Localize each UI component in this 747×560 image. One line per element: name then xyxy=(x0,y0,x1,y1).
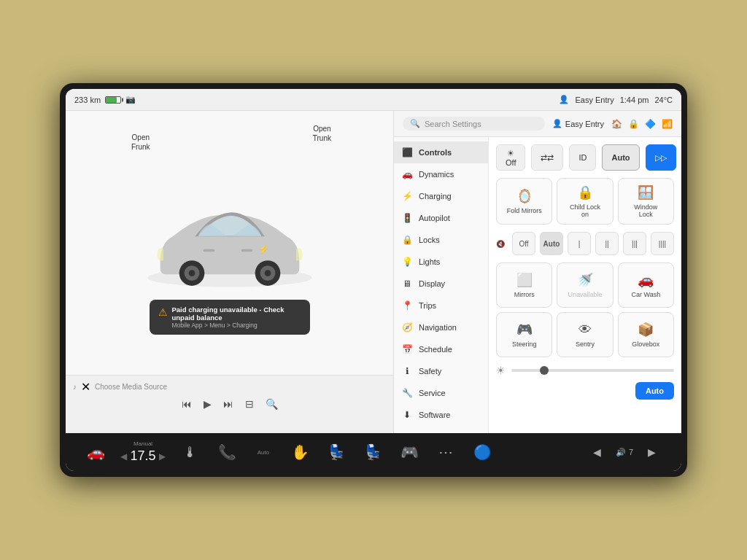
media-bar: ♪ ✕ Choose Media Source ⏮ ▶ ⏭ ⊟ 🔍 xyxy=(66,375,393,433)
settings-header: 🔍 Search Settings 👤 Easy Entry 🏠 🔒 🔷 📶 xyxy=(394,111,681,137)
equalizer-icon[interactable]: ⊟ xyxy=(245,398,254,410)
wiper-auto-button[interactable]: Auto xyxy=(540,232,563,255)
glovebox-label: Glovebox xyxy=(632,341,659,348)
window-lock-button[interactable]: 🪟 WindowLock xyxy=(618,178,674,225)
settings-content: ☀ Off ⇄⇄ ID Auto ▷▷ 🪞 Fold Mirrors xyxy=(489,137,681,433)
navigation-label: Navigation xyxy=(419,323,457,332)
dynamics-icon: 🚗 xyxy=(401,169,413,179)
sidebar-item-safety[interactable]: ℹ Safety xyxy=(394,360,488,382)
mirrors-label: Mirrors xyxy=(514,291,535,298)
off-button[interactable]: ☀ Off xyxy=(496,144,525,171)
sidebar-item-autopilot[interactable]: 🚦 Autopilot xyxy=(394,207,488,229)
id-button[interactable]: ID xyxy=(569,144,596,171)
sidebar-item-dynamics[interactable]: 🚗 Dynamics xyxy=(394,163,488,185)
taskbar-seat2[interactable]: 💺 xyxy=(355,443,391,461)
car-illustration: ⚡ xyxy=(135,184,325,301)
search-icon: 🔍 xyxy=(410,119,420,128)
temp-down-button[interactable]: ◀ xyxy=(120,451,127,462)
temp-label: Manual xyxy=(133,440,152,447)
home-icon[interactable]: 🏠 xyxy=(611,119,622,129)
touch-icon: ✋ xyxy=(291,443,309,461)
sentry-label: Sentry xyxy=(576,341,595,348)
taskbar-seat1[interactable]: 💺 xyxy=(318,443,355,461)
mirror-grid: 🪞 Fold Mirrors 🔒 Child Lockon 🪟 WindowLo… xyxy=(496,178,674,225)
sidebar-item-controls[interactable]: ⬛ Controls xyxy=(394,141,488,163)
car-taskbar-icon: 🚗 xyxy=(87,443,105,461)
dynamics-label: Dynamics xyxy=(419,170,454,179)
brightness-slider[interactable] xyxy=(511,369,674,372)
play-button[interactable]: ▶ xyxy=(204,398,212,410)
taskbar-prev-track[interactable]: ◀ xyxy=(579,446,616,458)
wiper-level1-button[interactable]: | xyxy=(568,232,591,255)
brightness-thumb[interactable] xyxy=(540,366,549,375)
sidebar-item-trips[interactable]: 📍 Trips xyxy=(394,295,488,316)
media-source-label[interactable]: Choose Media Source xyxy=(95,383,167,391)
taskbar-touch[interactable]: ✋ xyxy=(282,443,318,461)
next-track-icon: ▶ xyxy=(648,446,656,458)
controls-icon: ⬛ xyxy=(401,147,413,158)
next-button[interactable]: ⏭ xyxy=(223,398,233,410)
temp-up-button[interactable]: ▶ xyxy=(159,451,166,462)
steering-button[interactable]: 🎮 Steering xyxy=(496,312,552,357)
alert-sub: Mobile App > Menu > Charging xyxy=(172,322,301,329)
mirrors-button[interactable]: ⬜ Mirrors xyxy=(496,262,552,308)
sidebar-item-lights[interactable]: 💡 Lights xyxy=(394,251,488,273)
taskbar-wheel[interactable]: 🎮 xyxy=(391,443,427,461)
media-controls: ⏮ ▶ ⏭ ⊟ 🔍 xyxy=(73,398,386,410)
taskbar-car[interactable]: 🚗 xyxy=(77,443,114,461)
sidebar-item-service[interactable]: 🔧 Service xyxy=(394,382,488,404)
prev-track-icon: ◀ xyxy=(593,446,601,458)
search-box[interactable]: 🔍 Search Settings xyxy=(403,117,545,131)
prev-button[interactable]: ⏮ xyxy=(182,398,192,410)
main-content: Open Frunk Open Trunk xyxy=(66,111,681,433)
auto-top-button[interactable]: Auto xyxy=(602,144,639,171)
time-display: 1:44 pm xyxy=(620,96,649,104)
search-media-icon[interactable]: 🔍 xyxy=(266,398,278,410)
charging-alert: ⚠ Paid charging unavailable - Check unpa… xyxy=(150,300,310,335)
glovebox-button[interactable]: 📦 Glovebox xyxy=(618,312,674,357)
sentry-button[interactable]: 👁 Sentry xyxy=(557,312,613,357)
seat1-icon: 💺 xyxy=(328,443,346,461)
sidebar-item-charging[interactable]: ⚡ Charging xyxy=(394,185,488,207)
fold-mirrors-button[interactable]: 🪞 Fold Mirrors xyxy=(496,178,552,225)
volume-icon[interactable]: 🔊 xyxy=(616,448,626,457)
bluetooth-header-icon[interactable]: 🔷 xyxy=(645,119,656,129)
screen-bezel: 233 km 📷 👤 Easy Entry 1:44 pm 24°C Open xyxy=(60,83,687,477)
taskbar-phone[interactable]: 📞 xyxy=(209,443,245,461)
sidebar-item-locks[interactable]: 🔒 Locks xyxy=(394,229,488,251)
service-icon: 🔧 xyxy=(401,388,413,398)
taskbar-bluetooth[interactable]: 🔵 xyxy=(464,443,500,461)
volume-area: 🔊 7 xyxy=(616,448,633,457)
fold-btn[interactable]: ⇄⇄ xyxy=(531,144,563,171)
child-lock-button[interactable]: 🔒 Child Lockon xyxy=(557,178,613,225)
unavailable-button[interactable]: 🚿 Unavailable xyxy=(557,262,613,308)
x-close-icon[interactable]: ✕ xyxy=(81,380,90,394)
car-area: Open Frunk Open Trunk xyxy=(66,111,393,375)
heat-icon: 🌡 xyxy=(183,444,198,461)
taskbar-next-track[interactable]: ▶ xyxy=(633,446,670,458)
wiper-level4-button[interactable]: |||| xyxy=(651,232,674,255)
auto-brightness-button[interactable]: Auto xyxy=(635,382,674,400)
display-label: Display xyxy=(419,279,445,288)
left-panel: Open Frunk Open Trunk xyxy=(66,111,394,433)
battery-icon xyxy=(105,96,121,104)
wiper-level3-button[interactable]: ||| xyxy=(623,232,646,255)
blue-arrow-button[interactable]: ▷▷ xyxy=(646,144,676,171)
right-panel: 🔍 Search Settings 👤 Easy Entry 🏠 🔒 🔷 📶 xyxy=(394,111,681,433)
sidebar-item-software[interactable]: ⬇ Software xyxy=(394,404,488,426)
bluetooth-taskbar-icon: 🔵 xyxy=(473,443,492,461)
wiper-off-button[interactable]: Off xyxy=(512,232,535,255)
taskbar-temp: Manual ◀ 17.5 ▶ xyxy=(114,440,172,464)
service-label: Service xyxy=(419,389,446,397)
taskbar-auto-label: Auto xyxy=(245,449,282,456)
lock-icon[interactable]: 🔒 xyxy=(628,119,639,129)
wiper-level2-button[interactable]: || xyxy=(595,232,619,255)
sidebar-item-display[interactable]: 🖥 Display xyxy=(394,273,488,295)
taskbar-more[interactable]: ⋯ xyxy=(427,443,464,461)
sidebar-item-navigation[interactable]: 🧭 Navigation xyxy=(394,316,488,338)
taskbar-heat[interactable]: 🌡 xyxy=(172,444,209,461)
sidebar-item-schedule[interactable]: 📅 Schedule xyxy=(394,338,488,360)
car-wash-button[interactable]: 🚗 Car Wash xyxy=(618,262,674,308)
steering-icon: 🎮 xyxy=(516,322,533,338)
autopilot-label: Autopilot xyxy=(419,214,450,222)
